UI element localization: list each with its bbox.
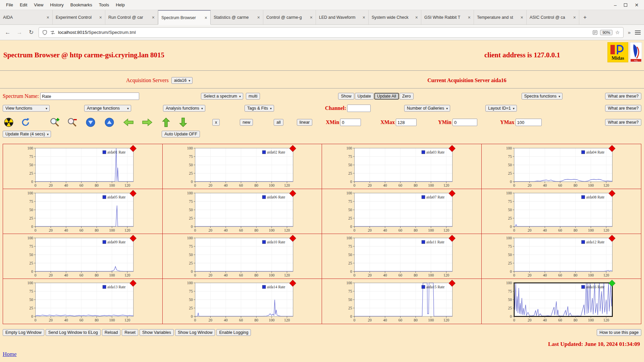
maximize-icon[interactable] — [624, 3, 627, 7]
tab-temperature-and-st[interactable]: Temperature and st× — [474, 10, 527, 24]
x-button[interactable]: x — [212, 119, 220, 126]
tab-aida[interactable]: AIDA× — [0, 10, 53, 24]
spectrum-chart-aida14[interactable]: 0204060801001200255075100aida14 Rate — [163, 279, 322, 324]
tab-gsi-white-rabbit-t[interactable]: GSI White Rabbit T× — [421, 10, 474, 24]
zero-button[interactable]: Zero — [399, 93, 414, 100]
tab-close-icon[interactable]: × — [415, 15, 418, 20]
galleries-dropdown[interactable]: Number of Galleries▾ — [404, 105, 450, 112]
show-log-window-button[interactable]: Show Log Window — [175, 329, 215, 336]
back-icon[interactable]: ← — [3, 29, 12, 36]
bookmark-star-icon[interactable]: ☆ — [615, 29, 620, 36]
tab-close-icon[interactable]: × — [573, 15, 576, 20]
menu-help[interactable]: Help — [112, 1, 128, 8]
compress-y-icon[interactable] — [86, 118, 95, 127]
spectrum-chart-aida08[interactable]: 0204060801001200255075100aida08 Rate — [482, 189, 641, 234]
tab-system-wide-check[interactable]: System wide Check× — [369, 10, 421, 24]
tab-close-icon[interactable]: × — [47, 15, 49, 20]
spectrum-chart-aida02[interactable]: 0204060801001200255075100aida02 Rate — [163, 144, 322, 189]
spectrum-chart-aida01[interactable]: 0204060801001200255075100aida01 Rate — [3, 144, 163, 189]
acquisition-server-select[interactable]: aida16▾ — [171, 77, 193, 84]
zoom-level-badge[interactable]: 90% — [600, 30, 612, 35]
shield-icon[interactable] — [42, 30, 47, 35]
auto-update-button[interactable]: Auto Update OFF — [162, 131, 200, 137]
spectrum-chart-aida12[interactable]: 0204060801001200255075100aida12 Rate — [482, 234, 641, 279]
url-bar[interactable]: localhost:8015/Spectrum/Spectrum.tml 90%… — [39, 27, 624, 38]
show-variables-button[interactable]: Show Variables — [140, 329, 174, 336]
xmin-input[interactable] — [340, 119, 361, 126]
url-text[interactable]: localhost:8015/Spectrum/Spectrum.tml — [58, 30, 590, 35]
spectrum-chart-aida15[interactable]: 0204060801001200255075100aida15 Rate — [322, 279, 482, 324]
shift-left-icon[interactable] — [123, 118, 134, 127]
refresh-icon[interactable] — [21, 118, 30, 127]
tab-statistics-carme[interactable]: Statistics @ carme× — [211, 10, 263, 24]
tags-fits-dropdown[interactable]: Tags & Fits▾ — [245, 105, 274, 112]
zoom-in-icon[interactable] — [50, 117, 60, 127]
layout-dropdown[interactable]: Layout ID=1▾ — [485, 105, 517, 112]
spectrum-chart-aida05[interactable]: 0204060801001200255075100aida05 Rate — [3, 189, 163, 234]
overflow-menu-icon[interactable]: » — [627, 29, 632, 35]
tab-close-icon[interactable]: × — [205, 15, 207, 20]
tab-control-carme-g[interactable]: Control @ carme-g× — [263, 10, 316, 24]
tab-close-icon[interactable]: × — [310, 15, 313, 20]
zoom-out-icon[interactable] — [67, 117, 77, 127]
spectrum-chart-aida16[interactable]: 0204060801001200255075100aida16 Rate — [482, 279, 641, 324]
spectrum-name-input[interactable] — [40, 93, 139, 100]
spectrum-chart-aida10[interactable]: 0204060801001200255075100aida10 Rate — [163, 234, 322, 279]
select-spectrum-dropdown[interactable]: Select a spectrum▾ — [201, 93, 243, 100]
menu-bookmarks[interactable]: Bookmarks — [67, 1, 96, 8]
what-are-these-button[interactable]: What are these? — [605, 105, 641, 112]
what-are-these-button[interactable]: What are these? — [605, 119, 641, 126]
ymin-input[interactable] — [452, 119, 477, 126]
menu-file[interactable]: File — [3, 1, 16, 8]
tab-close-icon[interactable]: × — [468, 15, 471, 20]
new-button[interactable]: new — [240, 119, 253, 126]
ymax-input[interactable] — [516, 119, 542, 126]
expand-x-icon[interactable] — [162, 117, 170, 127]
update-rate-dropdown[interactable]: Update Rate (4 secs)▾ — [3, 131, 51, 137]
shift-right-icon[interactable] — [142, 118, 153, 127]
home-link[interactable]: Home — [3, 351, 17, 358]
spectrum-chart-aida04[interactable]: 0204060801001200255075100aida04 Rate — [482, 144, 641, 189]
enable-logging-button[interactable]: Enable Logging — [216, 329, 251, 336]
empty-log-window-button[interactable]: Empty Log Window — [3, 329, 44, 336]
menu-history[interactable]: History — [47, 1, 67, 8]
reload-icon[interactable]: ↻ — [27, 29, 36, 36]
spectrum-chart-aida09[interactable]: 0204060801001200255075100aida09 Rate — [3, 234, 163, 279]
spectrum-chart-aida07[interactable]: 0204060801001200255075100aida07 Rate — [322, 189, 482, 234]
tab-close-icon[interactable]: × — [152, 15, 155, 20]
expand-y-icon[interactable] — [105, 118, 114, 127]
how-to-use-button[interactable]: How to use this page — [597, 329, 641, 336]
channel-input[interactable] — [347, 105, 371, 112]
update-all-button[interactable]: Update All — [374, 93, 399, 100]
spectrum-chart-aida11[interactable]: 0204060801001200255075100aida11 Rate — [322, 234, 482, 279]
hamburger-menu-icon[interactable] — [635, 30, 641, 35]
minimize-icon[interactable]: – — [614, 3, 616, 7]
site-permissions-icon[interactable] — [50, 30, 55, 35]
tab-close-icon[interactable]: × — [257, 15, 260, 20]
spectrum-chart-aida13[interactable]: 0204060801001200255075100aida13 Rate — [3, 279, 163, 324]
close-icon[interactable]: ✕ — [635, 3, 639, 7]
new-tab-button[interactable]: + — [579, 10, 591, 24]
tab-close-icon[interactable]: × — [363, 15, 365, 20]
reader-mode-icon[interactable] — [593, 30, 597, 35]
tab-close-icon[interactable]: × — [521, 15, 523, 20]
forward-icon[interactable]: → — [15, 29, 24, 36]
tab-asic-control-ca[interactable]: ASIC Control @ ca× — [527, 10, 579, 24]
tab-close-icon[interactable]: × — [99, 15, 102, 20]
reset-button[interactable]: Reset — [122, 329, 138, 336]
spectra-functions-dropdown[interactable]: Spectra functions▾ — [522, 93, 563, 100]
menu-view[interactable]: View — [31, 1, 47, 8]
compress-x-icon[interactable] — [179, 117, 187, 127]
what-are-these-button[interactable]: What are these? — [605, 93, 641, 100]
menu-edit[interactable]: Edit — [16, 1, 31, 8]
tab-spectrum-browser[interactable]: Spectrum Browser× — [158, 10, 211, 24]
tab-run-control-car[interactable]: Run Control @ car× — [105, 10, 158, 24]
tab-experiment-control[interactable]: Experiment Control× — [53, 10, 105, 24]
spectrum-chart-aida06[interactable]: 0204060801001200255075100aida06 Rate — [163, 189, 322, 234]
radiation-icon[interactable] — [4, 118, 13, 127]
reload-button[interactable]: Reload — [102, 329, 121, 336]
update-button[interactable]: Update — [355, 93, 374, 100]
view-functions-dropdown[interactable]: View functions▾ — [3, 105, 50, 112]
spectrum-chart-aida03[interactable]: 0204060801001200255075100aida03 Rate — [322, 144, 482, 189]
send-log-window-to-elog-button[interactable]: Send Log Window to ELog — [46, 329, 101, 336]
